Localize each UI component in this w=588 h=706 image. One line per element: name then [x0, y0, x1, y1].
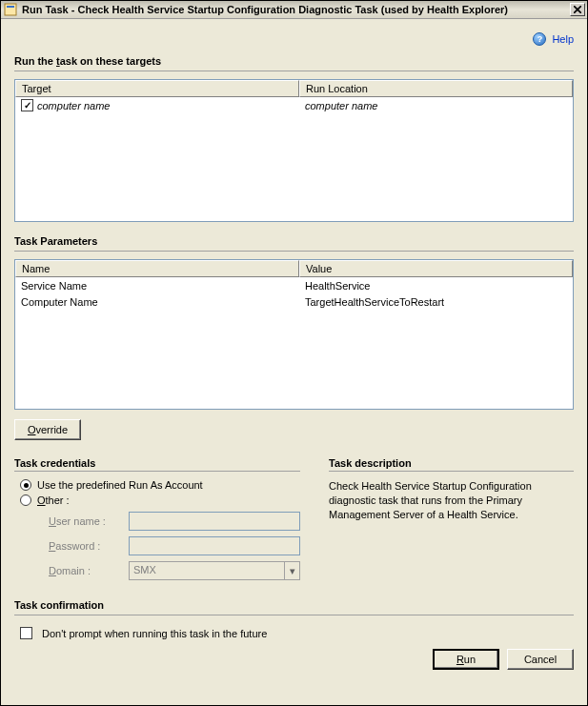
- chevron-down-icon: ▾: [284, 561, 300, 580]
- targets-heading: Run the task on these targets: [14, 55, 574, 67]
- target-row[interactable]: computer name computer name: [15, 97, 573, 113]
- help-link[interactable]: Help: [552, 33, 574, 45]
- radio-other[interactable]: Other :: [20, 494, 300, 506]
- help-icon: ?: [533, 32, 546, 46]
- divider: [14, 71, 574, 71]
- divider: [329, 471, 574, 472]
- radio-predefined[interactable]: Use the predefined Run As Account: [20, 479, 300, 491]
- close-button[interactable]: [570, 3, 585, 16]
- cancel-button[interactable]: Cancel: [507, 649, 574, 670]
- params-listview[interactable]: Name Value Service Name HealthService Co…: [14, 259, 574, 410]
- close-icon: [574, 6, 581, 13]
- param-value: HealthService: [299, 277, 573, 293]
- radio-icon: [20, 479, 31, 491]
- params-heading: Task Parameters: [14, 235, 574, 247]
- dialog-window: Run Task - Check Health Service Startup …: [0, 0, 588, 706]
- run-button[interactable]: Run: [433, 649, 499, 670]
- dont-prompt-row[interactable]: Don't prompt when running this task in t…: [20, 627, 574, 639]
- param-name: Service Name: [15, 277, 299, 293]
- description-text: Check Health Service Startup Configurati…: [329, 479, 574, 522]
- domain-combo: SMX ▾: [129, 561, 300, 580]
- app-icon: [3, 2, 18, 17]
- username-input: [129, 512, 300, 531]
- svg-rect-0: [5, 4, 16, 15]
- col-header-name[interactable]: Name: [15, 260, 299, 277]
- override-button[interactable]: Override: [14, 419, 81, 440]
- domain-value: SMX: [129, 561, 284, 580]
- dont-prompt-checkbox[interactable]: [20, 627, 32, 639]
- col-header-run-location[interactable]: Run Location: [299, 80, 573, 97]
- password-label: Password :: [49, 540, 123, 552]
- target-checkbox[interactable]: [21, 99, 33, 111]
- domain-label: Domain :: [49, 565, 123, 576]
- target-location: computer name: [299, 97, 573, 113]
- password-input: [129, 536, 300, 555]
- window-title: Run Task - Check Health Service Startup …: [22, 4, 570, 15]
- titlebar: Run Task - Check Health Service Startup …: [1, 1, 587, 19]
- param-row[interactable]: Computer Name TargetHealthServiceToResta…: [15, 293, 573, 310]
- divider: [14, 471, 300, 472]
- param-value: TargetHealthServiceToRestart: [299, 293, 573, 310]
- targets-listview[interactable]: Target Run Location computer name comput…: [14, 79, 574, 222]
- dont-prompt-label: Don't prompt when running this task in t…: [42, 628, 267, 639]
- description-heading: Task description: [329, 457, 574, 469]
- divider: [14, 615, 574, 615]
- target-name: computer name: [37, 100, 110, 111]
- radio-icon: [20, 494, 31, 506]
- col-header-value[interactable]: Value: [299, 260, 573, 277]
- username-label: User name :: [49, 515, 123, 527]
- param-name: Computer Name: [15, 293, 299, 310]
- param-row[interactable]: Service Name HealthService: [15, 277, 573, 293]
- divider: [14, 251, 574, 252]
- svg-rect-1: [7, 6, 14, 8]
- col-header-target[interactable]: Target: [15, 80, 299, 97]
- credentials-heading: Task credentials: [14, 457, 300, 469]
- confirmation-heading: Task confirmation: [14, 599, 574, 611]
